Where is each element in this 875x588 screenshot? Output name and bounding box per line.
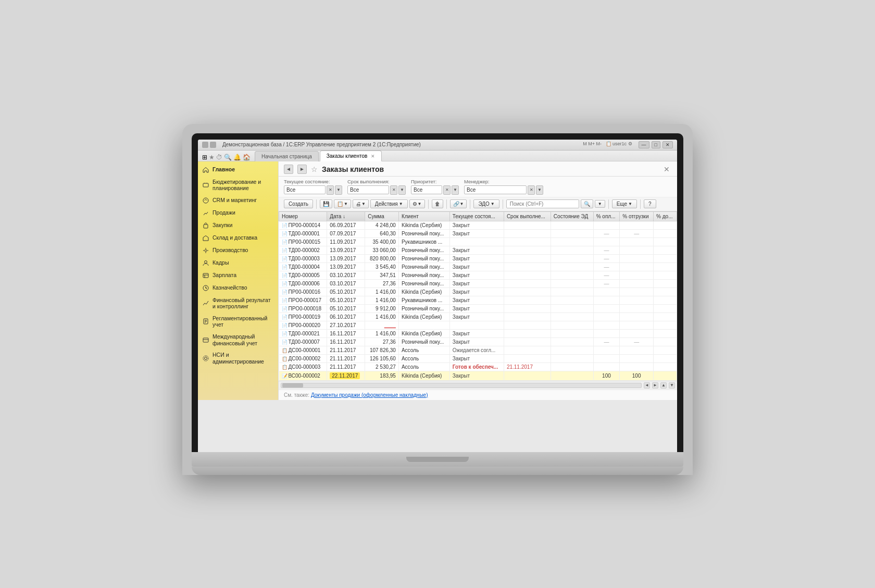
tab-orders[interactable]: Заказы клиентов ✕ — [320, 151, 382, 161]
col-ship-pct[interactable]: % отгрузки — [620, 211, 654, 221]
cell-number[interactable]: 📝ВС00-000002 — [279, 371, 327, 380]
sidebar-item-purchase[interactable]: Закупки — [198, 219, 278, 232]
tab-home[interactable]: Начальная страница — [255, 151, 319, 161]
scroll-right-btn[interactable]: ► — [652, 382, 658, 389]
table-row[interactable]: 📄ПРО0-00001805.10.20179 912,00Розничный … — [279, 304, 677, 312]
table-row[interactable]: 📄ПР00-00001605.10.20171 416,00Kikinda (С… — [279, 287, 677, 296]
cell-number[interactable]: 📄ПРО0-000017 — [279, 296, 327, 304]
scrollbar-thumb[interactable] — [282, 383, 303, 387]
table-row[interactable]: 📄ТД00-00002116.11.20171 416,00Kikinda (С… — [279, 329, 677, 337]
settings-icon-btn[interactable]: ⚙▼ — [409, 199, 425, 208]
current-state-input[interactable] — [284, 185, 326, 194]
cell-number[interactable]: 📋ДС00-000003 — [279, 362, 327, 371]
sidebar-item-salary[interactable]: Зарплата — [198, 269, 278, 282]
table-row[interactable]: 📄ПРО0-00001705.10.20171 416,00Рукавишник… — [279, 296, 677, 304]
cell-number[interactable]: 📄ПРО0-000018 — [279, 304, 327, 312]
scroll-left-btn[interactable]: ◄ — [644, 382, 650, 389]
sidebar-item-warehouse[interactable]: Склад и доставка — [198, 232, 278, 244]
search-dropdown-btn[interactable]: ▼ — [595, 200, 605, 208]
search-nav-icon[interactable]: 🔍 — [224, 154, 232, 161]
tab-close-orders[interactable]: ✕ — [371, 154, 375, 159]
current-state-clear[interactable]: ✕ — [327, 185, 334, 195]
manager-dropdown[interactable]: ▼ — [536, 185, 543, 195]
priority-dropdown[interactable]: ▼ — [452, 185, 459, 195]
sidebar-item-finance[interactable]: Финансовый результат и контроллинг — [198, 294, 278, 312]
doc-close-button[interactable]: ✕ — [661, 165, 672, 173]
minimize-button[interactable]: — — [639, 141, 649, 148]
cell-number[interactable]: 📄ТД00-000002 — [279, 246, 327, 254]
sidebar-item-budget[interactable]: Бюджетирование и планирование — [198, 176, 278, 194]
col-extra-pct[interactable]: % до... — [654, 211, 677, 221]
cell-number[interactable]: 📄ТД00-000003 — [279, 254, 327, 262]
sidebar-item-crm[interactable]: CRM и маркетинг — [198, 194, 278, 207]
cell-number[interactable]: 📄ТД00-000021 — [279, 329, 327, 337]
col-edo-state[interactable]: Состояние ЭД — [551, 211, 593, 221]
scroll-down-btn[interactable]: ▼ — [669, 382, 675, 389]
table-row[interactable]: 📄ТД00-00000603.10.201727,36Розничный пок… — [279, 279, 677, 287]
table-row[interactable]: 📄ТД00-00000213.09.201733 060,00Розничный… — [279, 246, 677, 254]
cell-number[interactable]: 📄ТД00-000007 — [279, 337, 327, 346]
table-row[interactable]: 📄ТД00-00000716.11.201727,36Розничный пок… — [279, 337, 677, 346]
table-row[interactable]: 📄ТД00-00000413.09.20173 545,40Розничный … — [279, 262, 677, 271]
home-nav-icon[interactable]: 🏠 — [243, 154, 251, 161]
create-button[interactable]: Создать — [284, 199, 313, 208]
table-row[interactable]: 📋ДС00-00000221.11.2017126 105,60АссольЗа… — [279, 354, 677, 362]
sidebar-item-production[interactable]: Производство — [198, 244, 278, 257]
col-pay-pct[interactable]: % опл... — [593, 211, 620, 221]
table-row[interactable]: 📄ПР00-00001406.09.20174 248,00Kikinda (С… — [279, 221, 677, 229]
cell-number[interactable]: 📄ПР00-000015 — [279, 237, 327, 246]
cell-number[interactable]: 📄ТД00-000005 — [279, 271, 327, 279]
table-row[interactable]: 📋ДС00-00000121.11.2017107 826,30АссольОж… — [279, 346, 677, 354]
table-row[interactable]: 📄ПР00-00001511.09.201735 400,00Рукавишни… — [279, 237, 677, 246]
scroll-up-btn[interactable]: ▲ — [660, 382, 667, 389]
deadline-clear[interactable]: ✕ — [390, 185, 397, 195]
sidebar-item-main[interactable]: Главное — [198, 164, 278, 176]
cell-number[interactable]: 📄ПР00-000019 — [279, 312, 327, 321]
deadline-input[interactable] — [347, 185, 389, 194]
cell-number[interactable]: 📄ПР00-000020 — [279, 321, 327, 329]
sidebar-item-reg[interactable]: Регламентированный учет — [198, 312, 278, 331]
scrollbar-track[interactable] — [281, 383, 642, 388]
bell-icon[interactable]: 🔔 — [233, 154, 241, 161]
print-icon-btn[interactable]: 🖨▼ — [353, 199, 369, 208]
col-sum[interactable]: Сумма — [365, 211, 399, 221]
col-client[interactable]: Клиент — [398, 211, 449, 221]
help-button[interactable]: ? — [644, 199, 656, 208]
sidebar-item-treasury[interactable]: Казначейство — [198, 282, 278, 294]
search-input[interactable] — [506, 199, 579, 208]
cell-number[interactable]: 📄ТД00-000006 — [279, 279, 327, 287]
cell-number[interactable]: 📄ПР00-000014 — [279, 221, 327, 229]
table-row[interactable]: 📝ВС00-00000222.11.2017183,95Kikinda (Сер… — [279, 371, 677, 380]
table-row[interactable]: 📄ПР00-00002027.10.2017 — [279, 321, 677, 329]
cell-number[interactable]: 📋ДС00-000001 — [279, 346, 327, 354]
table-row[interactable]: 📄ТД00-00000313.09.2017820 800,00Розничны… — [279, 254, 677, 262]
cell-number[interactable]: 📄ТД00-000001 — [279, 229, 327, 237]
copy-icon-btn[interactable]: 📋▼ — [334, 199, 351, 208]
more-button[interactable]: Еще ▼ — [612, 199, 637, 208]
footer-link[interactable]: Документы продажи (оформленные накладные… — [311, 392, 428, 398]
col-number[interactable]: Номер — [279, 211, 327, 221]
table-row[interactable]: 📋ДС00-00000321.11.20172 530,27АссольГото… — [279, 362, 677, 371]
current-state-dropdown[interactable]: ▼ — [335, 185, 342, 195]
edo-button[interactable]: ЭДО ▼ — [473, 199, 499, 208]
bookmark-icon[interactable]: ☆ — [311, 165, 318, 173]
col-current-state[interactable]: Текущее состоя... — [449, 211, 504, 221]
grid-icon[interactable]: ⊞ — [202, 154, 207, 161]
priority-input[interactable] — [411, 185, 442, 194]
col-deadline[interactable]: Срок выполне... — [504, 211, 551, 221]
cell-number[interactable]: 📄ПР00-000016 — [279, 287, 327, 296]
back-button[interactable]: ◄ — [284, 165, 293, 174]
delete-icon-btn[interactable]: 🗑 — [432, 199, 443, 208]
forward-button[interactable]: ► — [297, 165, 307, 174]
history-icon[interactable]: ⏱ — [216, 154, 222, 161]
priority-clear[interactable]: ✕ — [443, 185, 451, 195]
table-row[interactable]: 📄ТД00-00000107.09.2017640,30Розничный по… — [279, 229, 677, 237]
deadline-dropdown[interactable]: ▼ — [398, 185, 406, 195]
close-window-button[interactable]: ✕ — [662, 141, 673, 148]
maximize-button[interactable]: □ — [652, 141, 660, 148]
sidebar-item-sales[interactable]: Продажи — [198, 207, 278, 219]
manager-input[interactable] — [464, 185, 527, 194]
actions-button[interactable]: Действия ▼ — [370, 199, 408, 208]
table-container[interactable]: Номер Дата ↓ Сумма Клиент Текущее состоя… — [279, 211, 677, 381]
cell-number[interactable]: 📄ТД00-000004 — [279, 262, 327, 271]
